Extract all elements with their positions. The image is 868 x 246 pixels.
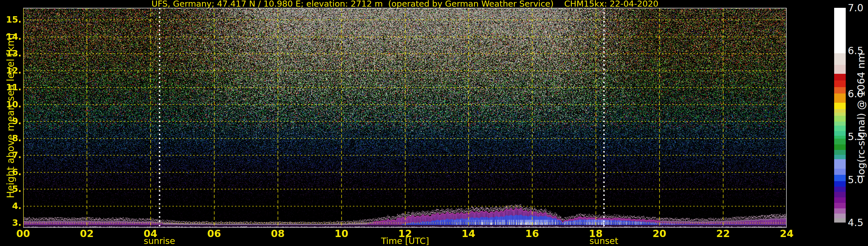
- x-tick-label: 02: [69, 228, 104, 239]
- colorbar-segment: [834, 155, 846, 159]
- colorbar: [834, 8, 846, 222]
- y-tick-label: 4.: [0, 201, 22, 211]
- x-tick-label: 00: [6, 228, 40, 239]
- x-tick-label: 20: [642, 228, 677, 239]
- colorbar-segment: [834, 139, 846, 145]
- x-tick-label: 16: [515, 228, 550, 239]
- colorbar-segment: [834, 150, 846, 155]
- colorbar-tick-label: 7.0: [848, 3, 868, 13]
- colorbar-axis-label: log(rc-signal) @ 1064 nm: [855, 53, 867, 178]
- colorbar-segment: [834, 131, 846, 136]
- y-tick-label: 3.: [0, 218, 22, 228]
- colorbar-segment: [834, 8, 846, 53]
- sunset-label: sunset: [569, 237, 639, 246]
- backscatter-heatmap-canvas: [23, 8, 787, 228]
- colorbar-segment: [834, 93, 846, 103]
- colorbar-tick-label: 4.5: [848, 217, 868, 228]
- colorbar-segment: [834, 109, 846, 113]
- y-tick-label: 14.: [0, 32, 22, 42]
- y-tick-label: 5.: [0, 184, 22, 194]
- colorbar-segment: [834, 214, 846, 218]
- x-axis-label: Time [UTC]: [370, 237, 440, 246]
- y-tick-label: 6.: [0, 167, 22, 177]
- colorbar-segment: [834, 169, 846, 175]
- colorbar-segment: [834, 126, 846, 131]
- x-tick-label: 08: [260, 228, 295, 239]
- x-tick-label: 22: [706, 228, 740, 239]
- colorbar-segment: [834, 181, 846, 187]
- y-tick-label: 13.: [0, 49, 22, 58]
- y-tick-label: 15.: [0, 15, 22, 25]
- x-tick-label: 24: [769, 228, 804, 239]
- colorbar-segment: [834, 87, 846, 93]
- x-tick-label: 06: [197, 228, 231, 239]
- colorbar-segment: [834, 145, 846, 150]
- y-tick-label: 10.: [0, 99, 22, 110]
- x-tick-label: 10: [324, 228, 359, 239]
- colorbar-segment: [834, 208, 846, 214]
- colorbar-segment: [834, 122, 846, 126]
- x-tick-label: 14: [451, 228, 486, 239]
- colorbar-segment: [834, 116, 846, 122]
- colorbar-segment: [834, 53, 846, 65]
- colorbar-segment: [834, 159, 846, 169]
- sunrise-label: sunrise: [125, 237, 194, 246]
- y-tick-label: 11.: [0, 83, 22, 92]
- colorbar-segment: [834, 103, 846, 110]
- y-tick-label: 8.: [0, 133, 22, 143]
- y-tick-label: 7.: [0, 150, 22, 160]
- ceilometer-quicklook-page: UFS, Germany; 47.417 N / 10.980 E; eleva…: [0, 0, 868, 246]
- colorbar-segment: [834, 136, 846, 139]
- colorbar-segment: [834, 81, 846, 87]
- colorbar-segment: [834, 65, 846, 74]
- y-tick-label: 12.: [0, 66, 22, 75]
- plot-title: UFS, Germany; 47.417 N / 10.980 E; eleva…: [23, 0, 787, 7]
- y-tick-label: 9.: [0, 116, 22, 126]
- colorbar-segment: [834, 203, 846, 208]
- colorbar-segment: [834, 74, 846, 81]
- colorbar-segment: [834, 197, 846, 203]
- colorbar-segment: [834, 175, 846, 181]
- colorbar-segment: [834, 113, 846, 116]
- colorbar-segment: [834, 218, 846, 222]
- colorbar-segment: [834, 187, 846, 192]
- colorbar-segment: [834, 192, 846, 197]
